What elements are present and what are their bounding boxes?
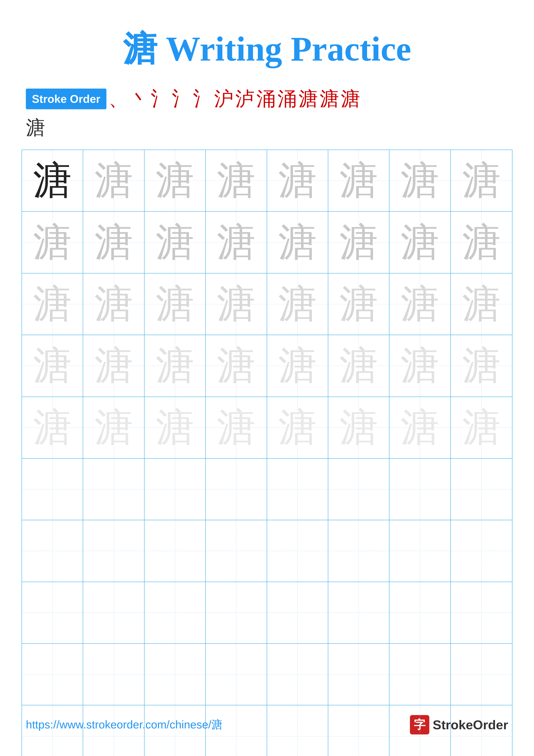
grid-cell: 溏 [83,150,144,211]
stroke-order-row: Stroke Order 、 丶 氵 氵 氵 沪 泸 涌 涌 溏 溏 溏 [26,85,508,113]
grid-row [22,520,512,582]
practice-char: 溏 [339,285,378,323]
grid-cell [267,459,328,520]
title-char: 溏 [123,30,157,68]
grid-cell: 溏 [206,397,267,458]
practice-char: 溏 [94,223,133,262]
grid-cell: 溏 [206,274,267,335]
grid-cell: 溏 [390,274,451,335]
grid-row: 溏 溏 溏 溏 溏 溏 溏 溏 [22,212,512,273]
title-text: Writing Practice [157,30,411,68]
grid-cell [390,582,451,643]
grid-cell: 溏 [83,212,144,273]
grid-cell [267,520,328,581]
practice-grid: 溏 溏 溏 溏 溏 溏 溏 溏 溏 溏 溏 溏 溏 溏 溏 溏 溏 溏 溏 溏 … [21,149,513,756]
practice-char: 溏 [400,285,439,323]
grid-cell [83,459,144,520]
grid-cell [83,520,144,581]
grid-cell: 溏 [22,397,83,458]
grid-cell: 溏 [83,397,144,458]
grid-row: 溏 溏 溏 溏 溏 溏 溏 溏 [22,274,512,335]
grid-cell [144,459,206,520]
grid-cell: 溏 [390,397,451,458]
practice-char: 溏 [278,408,317,447]
grid-cell: 溏 [22,212,83,273]
practice-char: 溏 [94,346,133,385]
grid-cell [328,520,390,581]
practice-char: 溏 [217,223,255,262]
grid-cell: 溏 [267,397,328,458]
grid-cell [22,459,83,520]
practice-char: 溏 [156,161,194,200]
grid-cell [267,582,328,643]
practice-char: 溏 [33,161,72,200]
practice-char: 溏 [156,285,194,323]
practice-char: 溏 [217,408,255,447]
grid-cell [390,520,451,581]
practice-char: 溏 [400,346,439,385]
footer-url[interactable]: https://www.strokeorder.com/chinese/溏 [26,717,222,732]
grid-cell: 溏 [328,397,390,458]
stroke-last-char: 溏 [26,115,508,141]
grid-cell: 溏 [390,212,451,273]
grid-cell [328,644,390,705]
practice-char: 溏 [462,161,501,200]
practice-char: 溏 [156,223,194,262]
grid-cell: 溏 [22,150,83,211]
practice-char: 溏 [156,408,194,447]
grid-cell: 溏 [144,274,206,335]
grid-cell [144,520,206,581]
practice-char: 溏 [33,346,72,385]
grid-cell [22,644,83,705]
grid-cell: 溏 [144,397,206,458]
grid-cell: 溏 [83,274,144,335]
footer-logo: 字 StrokeOrder [410,715,508,735]
grid-cell [83,582,144,643]
practice-char: 溏 [400,408,439,447]
practice-char: 溏 [278,223,317,262]
grid-cell: 溏 [328,212,390,273]
stroke-order-section: Stroke Order 、 丶 氵 氵 氵 沪 泸 涌 涌 溏 溏 溏 溏 [0,85,534,141]
grid-cell: 溏 [451,212,512,273]
grid-cell [390,644,451,705]
grid-cell [451,459,512,520]
grid-cell: 溏 [451,397,512,458]
grid-cell: 溏 [451,274,512,335]
grid-cell: 溏 [267,212,328,273]
grid-cell [144,582,206,643]
grid-cell [206,582,267,643]
grid-cell [451,582,512,643]
grid-cell: 溏 [206,150,267,211]
grid-row [22,644,512,705]
grid-cell [83,644,144,705]
grid-cell: 溏 [451,150,512,211]
practice-char: 溏 [278,285,317,323]
stroke-chars: 、 丶 氵 氵 氵 沪 泸 涌 涌 溏 溏 溏 [109,85,360,113]
grid-cell: 溏 [206,335,267,396]
practice-char: 溏 [400,161,439,200]
practice-char: 溏 [339,408,378,447]
grid-row [22,582,512,644]
practice-char: 溏 [94,161,133,200]
page-title: 溏 Writing Practice [0,0,534,72]
practice-char: 溏 [33,408,72,447]
grid-row: 溏 溏 溏 溏 溏 溏 溏 溏 [22,397,512,459]
practice-char: 溏 [278,346,317,385]
practice-char: 溏 [339,346,378,385]
grid-cell: 溏 [144,212,206,273]
practice-char: 溏 [33,285,72,323]
footer-logo-text: StrokeOrder [433,717,508,732]
footer-logo-icon: 字 [410,715,429,735]
practice-char: 溏 [278,161,317,200]
practice-char: 溏 [400,223,439,262]
grid-cell: 溏 [83,335,144,396]
grid-cell: 溏 [390,150,451,211]
grid-row: 溏 溏 溏 溏 溏 溏 溏 溏 [22,150,512,212]
practice-char: 溏 [217,346,255,385]
practice-char: 溏 [462,346,501,385]
grid-cell [451,644,512,705]
practice-char: 溏 [339,161,378,200]
grid-cell: 溏 [390,335,451,396]
grid-cell [267,644,328,705]
practice-char: 溏 [33,223,72,262]
